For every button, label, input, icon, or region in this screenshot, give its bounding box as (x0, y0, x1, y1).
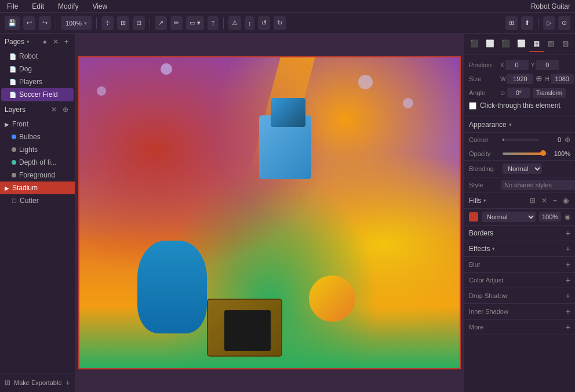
position-x-input[interactable] (505, 60, 529, 70)
effect-drop-shadow: Drop Shadow + (464, 288, 575, 304)
page-item-dog[interactable]: 📄 Dog (1, 63, 74, 75)
page-item-players[interactable]: 📄 Players (1, 75, 74, 88)
size-w-input[interactable] (507, 74, 533, 84)
tool-record[interactable]: ⊙ (558, 16, 570, 30)
appearance-label: Appearance (469, 121, 507, 129)
tool-grid[interactable]: ⊞ (117, 16, 129, 30)
fills-settings-icon[interactable]: ⊞ (528, 196, 537, 205)
effect-color-adjust: Color Adjust + (464, 273, 575, 288)
exportable-add-icon[interactable]: + (65, 378, 70, 387)
y-label: Y (531, 62, 535, 68)
more-add-icon[interactable]: + (566, 322, 570, 332)
layers-settings-icon[interactable]: ⊕ (61, 105, 70, 114)
fill-opacity-input[interactable] (539, 212, 561, 222)
fill-visible-icon[interactable]: ◉ (565, 213, 570, 221)
drop-shadow-add-icon[interactable]: + (566, 291, 570, 300)
blur-label: Blur (469, 261, 566, 268)
menu-file[interactable]: File (5, 1, 20, 12)
tool-rect[interactable]: ▭ ▾ (186, 16, 204, 30)
layer-label-cutter: Cutter (20, 197, 39, 205)
separator-5 (538, 17, 538, 29)
style-input[interactable] (501, 180, 575, 190)
tool-component[interactable]: ⊞ (505, 16, 518, 30)
align-tab-2[interactable]: ⬜ (482, 36, 498, 52)
menu-edit[interactable]: Edit (30, 1, 46, 12)
canvas-area[interactable] (75, 34, 464, 392)
pages-add-icon[interactable]: + (63, 37, 70, 46)
layer-item-foreground[interactable]: Foreground (0, 169, 75, 182)
size-h-input[interactable] (551, 74, 574, 84)
align-tab-6[interactable]: ▧ (544, 36, 558, 52)
blur-add-icon[interactable]: + (566, 260, 570, 269)
fill-color-swatch[interactable] (469, 212, 478, 222)
tool-rotate-ccw[interactable]: ↺ (258, 16, 270, 30)
tool-play[interactable]: ▷ (543, 16, 555, 30)
toolbar-undo[interactable]: ↩ (23, 16, 35, 30)
layer-item-depth[interactable]: Depth of fi... (0, 156, 75, 169)
link-proportions-icon[interactable]: ⊕ (536, 74, 543, 84)
bubble-3 (358, 75, 373, 89)
tool-warn[interactable]: ⚠ (228, 16, 241, 30)
size-xy: W ⊕ H (500, 74, 574, 84)
align-tab-5[interactable]: ▦ (529, 36, 544, 52)
borders-label: Borders (469, 229, 566, 237)
folder-icon: ▶ (5, 121, 9, 128)
tool-grid2[interactable]: ⊟ (133, 16, 145, 30)
layer-label-lights: Lights (19, 146, 38, 154)
chevron-down-icon: ▾ (84, 20, 87, 26)
inner-shadow-add-icon[interactable]: + (566, 307, 570, 316)
toolbar-redo[interactable]: ↪ (39, 16, 51, 30)
tool-export[interactable]: ⬆ (521, 16, 533, 30)
layer-item-lights[interactable]: Lights (0, 143, 75, 156)
make-exportable[interactable]: ⊞ Make Exportable + (0, 373, 75, 392)
align-tab-4[interactable]: ⬜ (514, 36, 529, 52)
align-tab-3[interactable]: ⬛ (498, 36, 514, 52)
opacity-slider[interactable] (503, 153, 548, 155)
page-item-soccer[interactable]: 📄 Soccer Field (1, 88, 74, 101)
layer-item-front[interactable]: ▶ Front (0, 118, 75, 130)
page-icon-players: 📄 (9, 79, 16, 85)
layers-header-left: Layers (5, 106, 26, 114)
layer-item-bulbes[interactable]: Bulbes (0, 130, 75, 143)
corner-value: 0 (543, 136, 561, 143)
toolbar-save[interactable]: 💾 (5, 16, 20, 30)
layers-delete-icon[interactable]: ✕ (49, 105, 59, 114)
fills-delete-icon[interactable]: ✕ (540, 196, 549, 205)
amp-screen (224, 310, 271, 351)
tool-text[interactable]: T (208, 16, 219, 30)
menu-view[interactable]: View (90, 1, 110, 12)
borders-add-icon[interactable]: + (566, 228, 570, 238)
zoom-control[interactable]: 100% ▾ (61, 16, 92, 30)
style-label: Style (469, 182, 499, 188)
blue-dog (137, 241, 207, 333)
w-label: W (500, 76, 505, 82)
color-adjust-add-icon[interactable]: + (566, 275, 570, 285)
effects-add-icon[interactable]: + (566, 244, 570, 253)
tool-select[interactable]: ⊹ (101, 16, 114, 30)
layer-color-depth (12, 160, 16, 165)
layers-label: Layers (5, 106, 26, 114)
tool-arrow[interactable]: ↗ (155, 16, 167, 30)
menu-modify[interactable]: Modify (56, 1, 81, 12)
appearance-header[interactable]: Appearance ▾ (464, 117, 575, 133)
layer-item-cutter[interactable]: ☐ Cutter (0, 194, 75, 207)
fills-add-icon[interactable]: + (551, 196, 559, 205)
transform-button[interactable]: Transform (533, 88, 566, 98)
tool-pen[interactable]: ✏ (170, 16, 183, 30)
tool-rotate-cw[interactable]: ↻ (274, 16, 286, 30)
position-y-input[interactable] (536, 60, 559, 70)
corner-icon[interactable]: ⊕ (565, 136, 570, 144)
align-tab-7[interactable]: ▨ (558, 36, 573, 52)
layer-item-stadium[interactable]: ▶ Stadium (0, 182, 75, 194)
corner-slider[interactable] (503, 139, 539, 141)
blending-select[interactable]: Normal Multiply Screen (503, 164, 542, 174)
size-label: Size (469, 75, 498, 82)
align-tab-1[interactable]: ⬛ (467, 36, 482, 52)
click-through-checkbox[interactable] (469, 102, 476, 110)
tool-flip[interactable]: ↕ (245, 16, 255, 30)
fills-visible-icon[interactable]: ◉ (561, 196, 570, 205)
angle-input[interactable] (507, 88, 530, 98)
pages-delete-icon[interactable]: ✕ (51, 37, 60, 46)
fill-blend-select[interactable]: Normal (482, 212, 536, 222)
page-item-robot[interactable]: 📄 Robot (1, 50, 74, 63)
